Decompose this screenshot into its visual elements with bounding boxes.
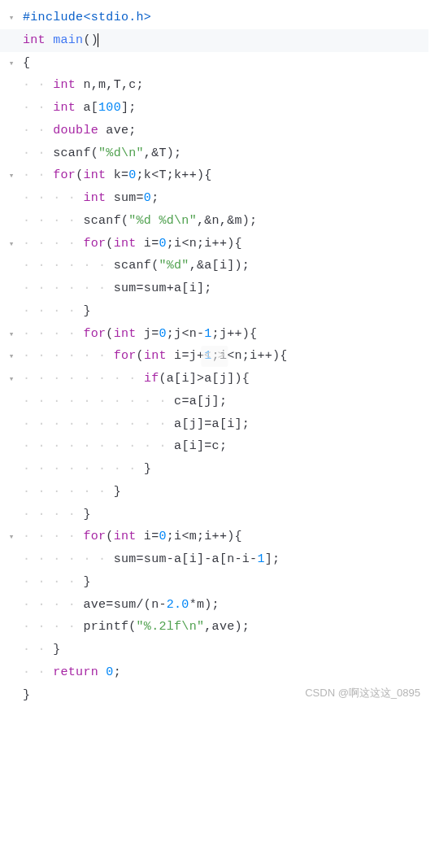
code-line[interactable]: · · int n,m,T,c; [0, 74, 428, 97]
code-line[interactable]: · · · · } [0, 571, 428, 594]
code-line[interactable]: · · · · } [0, 300, 428, 323]
fold-marker-icon[interactable]: ▾ [0, 236, 23, 252]
code-line[interactable]: · · · · scanf("%d %d\n",&n,&m); [0, 210, 428, 233]
token-id: a[i]=c; [174, 439, 227, 453]
code-line[interactable]: · · · · · · sum=sum+a[i]; [0, 277, 428, 300]
code-line[interactable]: int main() [0, 29, 428, 52]
token-id: ave; [98, 124, 137, 137]
code-content: · · · · scanf("%d %d\n",&n,&m); [23, 210, 428, 233]
fold-marker-icon[interactable]: ▾ [0, 55, 23, 72]
token-id: ; [114, 665, 121, 679]
code-content: · · · · · · · · } [23, 458, 428, 481]
token-id: (a[i]>a[j]){ [159, 372, 250, 386]
token-num: 0 [128, 168, 136, 182]
fold-marker-icon[interactable]: ▾ [0, 10, 23, 26]
code-line[interactable]: · · double ave; [0, 120, 428, 142]
code-content: · · return 0; [23, 661, 428, 684]
code-line[interactable]: } [0, 684, 428, 707]
token-kw: for [53, 168, 76, 182]
code-content: } [23, 684, 428, 707]
token-op: } [83, 304, 90, 318]
code-line[interactable]: · · return 0; [0, 661, 428, 684]
token-id: sum=sum+a[i]; [114, 281, 212, 295]
token-id: n,m,T,c; [76, 78, 144, 92]
code-content: · · double ave; [23, 120, 428, 142]
code-line[interactable]: · · } [0, 639, 428, 661]
code-line[interactable]: ▾· · · · for(int i=0;i<n;i++){ [0, 233, 428, 255]
token-num: 0 [159, 327, 166, 341]
code-content: · · · · for(int j=0;j<n-1;j++){ [23, 323, 428, 346]
token-op: } [53, 643, 60, 656]
token-id: ;j++){ [212, 327, 258, 341]
fold-marker-icon[interactable]: ▾ [0, 348, 23, 364]
code-content: · · · · · · sum=sum+a[i]; [23, 277, 428, 300]
token-typ: int [53, 78, 76, 92]
token-id: ,&T); [144, 146, 182, 160]
code-content: · · · · } [23, 300, 428, 323]
code-content: · · · · · · · · · · c=a[j]; [23, 390, 428, 413]
code-line[interactable]: · · scanf("%d\n",&T); [0, 142, 428, 165]
code-content: · · · · for(int i=0;i<n;i++){ [23, 233, 428, 255]
code-line[interactable]: · · int a[100]; [0, 97, 428, 120]
code-line[interactable]: · · · · ave=sum/(n-2.0*m); [0, 594, 428, 617]
token-typ: int [83, 191, 106, 205]
code-line[interactable]: · · · · · · · · · · a[j]=a[i]; [0, 413, 428, 436]
code-line[interactable]: ▾· · · · · · · · if(a[i]>a[j]){ [0, 368, 428, 390]
token-id: ;i<n;i++){ [212, 349, 288, 363]
token-id: ;i<m;i++){ [167, 530, 242, 543]
code-content: · · · · ave=sum/(n-2.0*m); [23, 594, 428, 617]
code-content: int main() [23, 29, 428, 52]
token-op: ( [106, 237, 113, 251]
code-content: · · · · · · sum=sum-a[i]-a[n-i-1]; [23, 548, 428, 571]
token-typ: int [114, 327, 137, 341]
fold-marker-icon[interactable]: ▾ [0, 326, 23, 342]
token-num: 0 [159, 237, 166, 251]
token-kw: for [83, 327, 106, 341]
token-kw: for [83, 530, 106, 543]
token-id: ,ave); [204, 620, 250, 634]
code-line[interactable]: ▾#include<stdio.h> [0, 7, 428, 29]
token-id: i=j+ [167, 349, 205, 363]
code-content: · · · · } [23, 504, 428, 526]
token-id: i= [137, 237, 159, 251]
code-line[interactable]: · · · · printf("%.2lf\n",ave); [0, 616, 428, 639]
code-line[interactable]: ▾· · for(int k=0;k<T;k++){ [0, 164, 428, 187]
token-id: k= [106, 168, 128, 182]
token-num: 1 [257, 552, 264, 566]
code-line[interactable]: · · · · · · sum=sum-a[i]-a[n-i-1]; [0, 548, 428, 571]
code-line[interactable]: · · · · · · · · · · a[i]=c; [0, 435, 428, 458]
code-line[interactable]: · · · · · · scanf("%d",&a[i]); [0, 255, 428, 277]
code-content: · · · · printf("%.2lf\n",ave); [23, 616, 428, 639]
code-line[interactable]: ▾· · · · · · for(int i=j+1;i<n;i++){ [0, 345, 428, 368]
text-cursor [98, 33, 98, 47]
code-line[interactable]: · · · · } [0, 504, 428, 526]
code-editor[interactable]: ▾#include<stdio.h>int main()▾{· · int n,… [0, 7, 428, 706]
code-line[interactable]: ▾· · · · for(int i=0;i<m;i++){ [0, 526, 428, 548]
token-id: ;j<n- [167, 327, 205, 341]
code-content: · · · · } [23, 571, 428, 594]
token-id: *m); [189, 598, 220, 612]
token-id: ;i<n;i++){ [167, 237, 242, 251]
token-num: 2.0 [167, 598, 189, 612]
code-line[interactable]: · · · · · · } [0, 481, 428, 504]
token-pp: <stdio.h> [83, 11, 151, 24]
token-id: ]; [121, 101, 137, 115]
token-id: sum=sum-a[i]-a[n-i- [114, 552, 258, 566]
code-line[interactable]: ▾{ [0, 52, 428, 75]
code-line[interactable]: · · · · · · · · · · c=a[j]; [0, 390, 428, 413]
code-line[interactable]: ▾· · · · for(int j=0;j<n-1;j++){ [0, 323, 428, 346]
token-fn: main [53, 33, 83, 47]
code-line[interactable]: · · · · · · · · } [0, 458, 428, 481]
token-id: j= [137, 327, 159, 341]
fold-marker-icon[interactable]: ▾ [0, 371, 23, 387]
code-line[interactable]: · · · · int sum=0; [0, 187, 428, 210]
code-content: · · · · · · scanf("%d",&a[i]); [23, 255, 428, 277]
fold-marker-icon[interactable]: ▾ [0, 529, 23, 545]
token-op: } [23, 688, 30, 702]
token-str: "%.2lf\n" [137, 620, 205, 634]
code-content: · · scanf("%d\n",&T); [23, 142, 428, 165]
fold-marker-icon[interactable]: ▾ [0, 168, 23, 184]
token-op: } [114, 485, 121, 499]
token-id: a[ [76, 101, 98, 115]
token-num: 1 [204, 349, 211, 363]
